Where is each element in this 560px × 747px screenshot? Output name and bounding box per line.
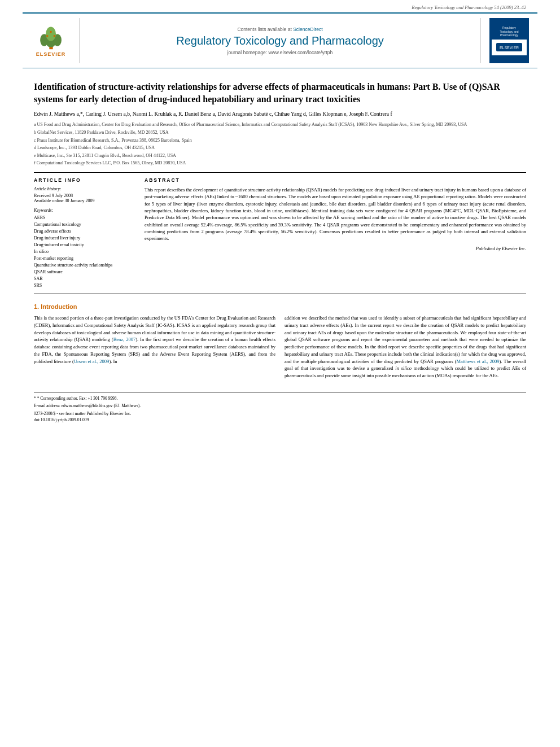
doi-line: doi:10.1016/j.yrtph.2009.01.009 [34, 417, 526, 422]
intro-text-col2: addition we described the method that wa… [285, 314, 526, 379]
elsevier-logo: ELSEVIER [36, 25, 67, 57]
published-by: Published by Elsevier Inc. [145, 246, 526, 251]
journal-badge-area: RegulatoryToxicology andPharmacology ELS… [481, 18, 537, 63]
elsevier-wordmark: ELSEVIER [36, 51, 66, 57]
copyright-line: 0273-2300/$ - see front matter Published… [34, 411, 526, 416]
citation-text: Regulatory Toxicology and Pharmacology 5… [412, 5, 526, 10]
keyword-qsar-sw: QSAR software [34, 269, 135, 276]
section-title: 1. Introduction [34, 303, 526, 310]
section-divider-1 [34, 172, 526, 173]
ref-ursem-2009[interactable]: Ursem et al., 2009 [74, 359, 110, 364]
header-center: Contents lists available at ScienceDirec… [79, 18, 481, 63]
available-date: Available online 30 January 2009 [34, 198, 135, 203]
elsevier-logo-area: ELSEVIER [23, 18, 79, 63]
ref-matthews-2009[interactable]: Matthews et al., 2009 [457, 359, 500, 364]
article-info-heading: ARTICLE INFO [34, 177, 135, 183]
keywords-label: Keywords: [34, 208, 135, 213]
affil-line-b: b GlobalNet Services, 11820 Parklawn Dri… [34, 129, 526, 136]
abstract-text: This report describes the development of… [145, 186, 526, 242]
email-link[interactable]: edwin.matthews@fda.hhs.gov [62, 403, 113, 408]
affil-line-d: d Leadscope, Inc., 1393 Dublin Road, Col… [34, 145, 526, 151]
keywords-section: Keywords: AERS Computational toxicology … [34, 208, 135, 289]
contents-line: Contents lists available at ScienceDirec… [237, 27, 322, 32]
svg-point-6 [53, 35, 55, 37]
affiliations: a US Food and Drug Administration, Cente… [34, 121, 526, 167]
intro-col-2: addition we described the method that wa… [285, 314, 526, 383]
keyword-comp-tox: Computational toxicology [34, 221, 135, 228]
section-divider-2 [34, 294, 526, 294]
keyword-aers: AERS [34, 215, 135, 221]
article-title: Identification of structure-activity rel… [34, 81, 526, 105]
sciencedirect-link[interactable]: ScienceDirect [293, 27, 322, 32]
authors-line: Edwin J. Matthews a,*, Carling J. Ursem … [34, 111, 526, 118]
keyword-drug-renal: Drug-induced renal toxicity [34, 242, 135, 248]
svg-point-5 [46, 35, 48, 37]
keyword-drug-ae: Drug adverse effects [34, 228, 135, 235]
badge-text: RegulatoryToxicology andPharmacology [500, 26, 518, 37]
journal-badge: RegulatoryToxicology andPharmacology ELS… [489, 18, 529, 63]
abstract-col: ABSTRACT This report describes the devel… [145, 177, 526, 289]
badge-logo-icon: ELSEVIER [495, 40, 523, 54]
keyword-srs: SRS [34, 282, 135, 289]
corresponding-note: * * Corresponding author. Fax: +1 301 79… [34, 396, 526, 402]
email-person: (EJ. Matthews). [113, 403, 141, 408]
journal-title-header: Regulatory Toxicology and Pharmacology [176, 34, 384, 47]
keyword-qsar-rel: Quantitative structure-activity relation… [34, 262, 135, 269]
article-info-col: ARTICLE INFO Article history: Received 9… [34, 177, 135, 289]
svg-point-4 [46, 27, 56, 41]
article-info-abstract-section: ARTICLE INFO Article history: Received 9… [34, 177, 526, 289]
svg-text:ELSEVIER: ELSEVIER [500, 46, 519, 50]
article-history: Article history: Received 9 July 2008 Av… [34, 186, 135, 203]
journal-homepage: journal homepage: www.elsevier.com/locat… [228, 50, 333, 55]
affil-line-e: e Multicase, Inc., Ste 315, 23811 Chagri… [34, 152, 526, 159]
main-content: Identification of structure-activity rel… [0, 68, 560, 429]
email-label: E-mail address: [34, 403, 60, 408]
email-line: E-mail address: edwin.matthews@fda.hhs.g… [34, 403, 526, 409]
history-label: Article history: [34, 186, 135, 191]
affil-line-a: a US Food and Drug Administration, Cente… [34, 121, 526, 128]
intro-body: This is the second portion of a three-pa… [34, 314, 526, 383]
elsevier-tree-icon [36, 25, 67, 50]
keyword-drug-liver: Drug-induced liver injury [34, 235, 135, 242]
intro-text-col1: This is the second portion of a three-pa… [34, 314, 275, 365]
intro-section: 1. Introduction This is the second porti… [34, 303, 526, 383]
intro-col-1: This is the second portion of a three-pa… [34, 314, 275, 383]
svg-point-7 [50, 30, 52, 33]
keyword-sar: SAR [34, 276, 135, 282]
keyword-in-silico: In silico [34, 248, 135, 255]
ref-benz-2007[interactable]: Benz, 2007 [113, 337, 136, 342]
received-date: Received 9 July 2008 [34, 193, 135, 198]
affil-line-f: f Computational Toxicology Services LLC,… [34, 160, 526, 167]
footer-notes: * * Corresponding author. Fax: +1 301 79… [34, 392, 526, 422]
affil-line-c: c Praus Institute for Biomedical Researc… [34, 137, 526, 144]
page-container: Regulatory Toxicology and Pharmacology 5… [0, 0, 560, 747]
top-citation: Regulatory Toxicology and Pharmacology 5… [0, 0, 560, 12]
badge-logo-area: ELSEVIER [492, 40, 527, 55]
journal-header: ELSEVIER Contents lists available at Sci… [23, 12, 537, 68]
keyword-post-market: Post-market reporting [34, 255, 135, 262]
abstract-heading: ABSTRACT [145, 177, 526, 183]
